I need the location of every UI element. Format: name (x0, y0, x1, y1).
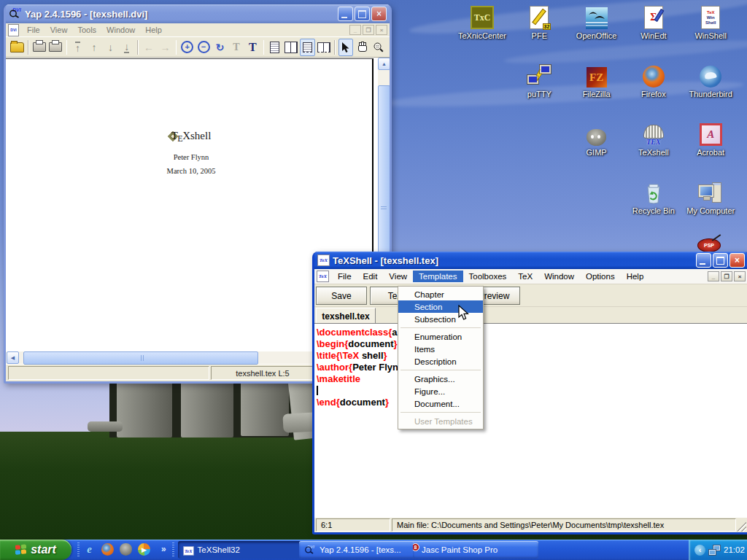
editor-line: \title{\TeX shell} (317, 350, 747, 362)
continuous-facing-view-icon[interactable] (317, 39, 331, 56)
desktop-icon-winshell[interactable]: TeXWinShellWinShell (682, 4, 739, 40)
desktop-icon-texniccenter[interactable]: TxCTeXnicCenter (454, 4, 511, 40)
scroll-left-icon[interactable]: ◀ (7, 351, 19, 364)
zoom-out-icon[interactable]: − (196, 39, 211, 56)
menu-item-graphics[interactable]: Graphics... (398, 373, 483, 385)
yap-menu-file[interactable]: File (22, 25, 45, 35)
texshell-menu-tex[interactable]: TeX (512, 271, 538, 282)
media-player-icon[interactable]: ▶ (138, 543, 150, 556)
task-button-label: Yap 2.4.1596 - [texs... (320, 545, 401, 554)
hand-tool-icon[interactable] (355, 39, 369, 56)
dvi-document-icon: DVI (8, 24, 19, 36)
desktop-icon-firefox[interactable]: Firefox (625, 63, 682, 98)
menu-item-chapter[interactable]: Chapter (398, 288, 483, 300)
desktop-icon-paint-shop-pro[interactable]: PSP (697, 238, 721, 252)
texshell-document-icon: TeX (317, 271, 329, 282)
menu-item-section[interactable]: Section (398, 300, 483, 313)
network-status-icon[interactable] (708, 545, 721, 556)
desktop-icon-label: WinShell (682, 31, 739, 40)
taskbar-button-yap[interactable]: DVIYap 2.4.1596 - [texs... (299, 541, 420, 559)
menu-item-items[interactable]: Items (398, 343, 483, 355)
redraw-icon[interactable]: ↻ (212, 39, 227, 56)
texshell-maximize-button[interactable] (713, 253, 728, 268)
mdi-restore-icon[interactable]: ❐ (721, 271, 732, 281)
taskbar-button-texshell[interactable]: TeXTeXShell32 (178, 541, 306, 559)
tray-collapse-icon[interactable]: ‹ (694, 545, 705, 556)
desktop-icon-acrobat[interactable]: AAcrobat (682, 121, 739, 157)
menu-item-description[interactable]: Description (398, 355, 483, 368)
texshell-menu-templates[interactable]: Templates (413, 271, 462, 282)
forward-icon[interactable]: → (158, 39, 172, 56)
save-button[interactable]: Save (316, 287, 367, 305)
texshell-close-button[interactable]: × (729, 253, 745, 268)
taskbar-button-psp[interactable]: 8Jasc Paint Shop Pro (413, 541, 538, 559)
yap-menu-view[interactable]: View (45, 25, 73, 35)
mdi-close-icon[interactable]: × (376, 25, 387, 35)
yap-close-button[interactable]: × (371, 7, 387, 21)
resize-grip[interactable] (738, 518, 746, 532)
yap-menu-help[interactable]: Help (140, 25, 167, 35)
texshell-menu-toolboxes[interactable]: Toolboxes (463, 271, 513, 282)
desktop-icon-gimp[interactable]: GIMP (568, 121, 625, 157)
texshell-menu-view[interactable]: View (383, 271, 413, 282)
next-page-icon[interactable]: ↓ (103, 39, 117, 56)
menu-item-document[interactable]: Document... (398, 397, 483, 410)
yap-menu-tools[interactable]: Tools (72, 25, 101, 35)
yap-titlebar[interactable]: DVI Yap 2.4.1596 - [texshell.dvi] × (6, 4, 390, 23)
internet-explorer-icon[interactable]: e (83, 543, 96, 556)
yap-minimize-button[interactable] (338, 7, 353, 21)
previous-page-icon[interactable]: ↑ (87, 39, 101, 56)
desktop-icon-openoffice[interactable]: OpenOffice (568, 4, 625, 40)
texshell-menu-options[interactable]: Options (580, 271, 621, 282)
zoom-in-icon[interactable]: + (179, 39, 194, 56)
quick-launch-overflow-icon[interactable]: » (161, 544, 166, 554)
desktop-icon-recyclebin[interactable]: Recycle Bin (625, 179, 682, 215)
mycomputer-icon (682, 179, 739, 204)
mdi-minimize-icon[interactable]: _ (349, 25, 361, 35)
print-all-icon[interactable] (48, 39, 63, 56)
menu-separator (400, 327, 481, 328)
mdi-close-icon[interactable]: × (734, 271, 746, 281)
desktop-icon-mycomputer[interactable]: My Computer (682, 179, 739, 215)
magnifier-tool-icon[interactable] (371, 39, 386, 56)
single-page-view-icon[interactable] (267, 39, 282, 56)
menu-item-user-templates: User Templates (398, 415, 483, 427)
select-tool-icon[interactable] (338, 39, 353, 56)
back-icon[interactable]: ← (142, 39, 156, 56)
texshell-menu-help[interactable]: Help (621, 271, 650, 282)
first-page-icon[interactable]: ↑ (70, 39, 85, 56)
desktop-icon-texshell[interactable]: TEXTeXshell (625, 121, 682, 157)
texshell-task-icon: TeX (183, 545, 194, 554)
texshell-titlebar[interactable]: TeX TeXShell - [texshell.tex] × (314, 252, 747, 269)
facing-pages-view-icon[interactable] (284, 39, 298, 56)
gimp-icon[interactable] (120, 543, 132, 556)
open-file-icon[interactable] (9, 39, 25, 56)
texshell-menu-file[interactable]: File (332, 271, 357, 282)
print-icon[interactable] (32, 39, 47, 56)
text-tool-icon[interactable]: T (245, 39, 260, 56)
desktop-icon-pfe[interactable]: 32PFE (511, 4, 568, 40)
desktop-icon-filezilla[interactable]: FZFileZilla (568, 63, 625, 98)
scrollbar-thumb[interactable] (23, 351, 258, 365)
mdi-restore-icon[interactable]: ❐ (363, 25, 374, 35)
code-editor[interactable]: \documentclass{a\begin{document}\title{\… (314, 323, 747, 517)
menu-item-enumeration[interactable]: Enumeration (398, 330, 483, 343)
desktop-icon-thunderbird[interactable]: Thunderbird (682, 63, 739, 98)
texshell-menu-edit[interactable]: Edit (357, 271, 384, 282)
yap-maximize-button[interactable] (355, 7, 370, 21)
firefox-icon[interactable] (101, 543, 114, 556)
mdi-minimize-icon[interactable]: _ (708, 271, 719, 281)
desktop-icon-putty[interactable]: puTTY (511, 63, 568, 98)
start-button[interactable]: start (0, 540, 71, 560)
tab-texshell-tex[interactable]: texshell.tex (316, 308, 376, 324)
continuous-view-icon[interactable] (300, 39, 314, 56)
menu-item-figure[interactable]: Figure... (398, 385, 483, 397)
scroll-up-icon[interactable]: ▲ (378, 58, 390, 70)
desktop-icon-winedt[interactable]: ΣWinEdt (625, 4, 682, 40)
ruler-tool-icon[interactable]: T (229, 39, 244, 56)
texshell-minimize-button[interactable] (696, 253, 711, 268)
last-page-icon[interactable]: ↓ (120, 39, 134, 56)
menu-item-subsection[interactable]: Subsection (398, 313, 483, 325)
yap-menu-window[interactable]: Window (101, 25, 140, 35)
texshell-menu-window[interactable]: Window (538, 271, 580, 282)
